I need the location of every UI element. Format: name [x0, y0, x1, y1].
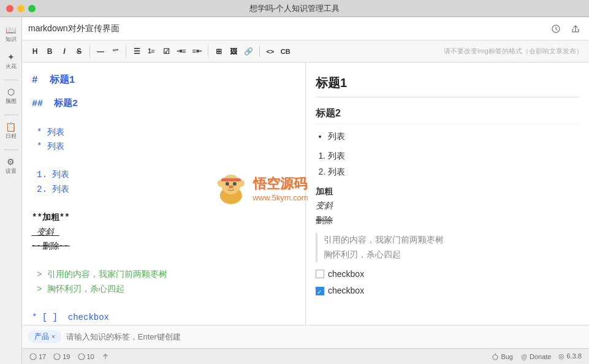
svg-text:@: @: [521, 354, 527, 360]
svg-point-14: [493, 355, 498, 360]
maximize-button[interactable]: [28, 5, 36, 12]
editor-ol-1: 1. 列表: [37, 168, 295, 183]
sidebar-item-knowledge[interactable]: 📖 知识: [1, 22, 21, 47]
sidebar-label-settings: 设置: [6, 167, 17, 175]
tag-remove-product[interactable]: ×: [51, 333, 55, 340]
stat-value-2: 19: [63, 353, 70, 360]
toolbar-hr[interactable]: —: [94, 44, 107, 59]
content-area: H B I S — “” ☰ 1≡ ☑ ⇥≡ ≡⇤ ⊞ 🖼 🔗 <> CB 请不…: [22, 17, 589, 364]
editor-format-section: **加粗** _变斜_ ~~删除~~: [32, 211, 295, 254]
editor-checkbox-section: * [ ] checkbox * [x] checkbox: [32, 311, 295, 325]
status-right: Bug @ Donate ◎ 6.3.8: [492, 352, 582, 360]
status-donate[interactable]: @ Donate: [520, 353, 551, 360]
editor-bold-line: **加粗**: [32, 211, 295, 226]
preview-strike: 删除: [316, 213, 579, 228]
sidebar-divider-3: [4, 150, 18, 150]
toolbar-checklist[interactable]: ☑: [159, 44, 173, 59]
toolbar-italic[interactable]: I: [58, 44, 71, 59]
editor-pane[interactable]: # 标题1 ## 标题2 * 列表 * 列表 1. 列表 2. 列表 **加粗: [22, 63, 306, 325]
sidebar-label-schedule: 日程: [6, 132, 17, 140]
preview-h1: 标题1: [316, 72, 579, 97]
svg-point-10: [30, 354, 36, 360]
toolbar-outdent[interactable]: ≡⇤: [189, 44, 203, 59]
search-input[interactable]: [28, 24, 544, 34]
editor-italic-line: _变斜_: [32, 226, 295, 240]
window-controls[interactable]: [6, 5, 36, 12]
preview-checkbox-checked-row: checkbox: [316, 284, 579, 298]
preview-checkbox1-label: checkbox: [328, 267, 364, 282]
editor-container: 悟空源码 www.5kym.com # 标题1 ## 标题2 * 列表 * 列表: [22, 63, 589, 325]
editor-blockquote-section: > 引用的内容，我家门前两颗枣树 > 胸怀利刃，杀心四起: [32, 268, 295, 297]
editor-list-section: * 列表 * 列表: [32, 126, 295, 155]
preview-ordered-list: 列表 列表: [328, 149, 579, 180]
title-bar: 想学吗-个人知识管理工具: [0, 0, 589, 17]
toolbar-link[interactable]: 🔗: [241, 44, 256, 59]
sidebar-item-mindmap[interactable]: ⬡ 脑图: [1, 84, 21, 108]
editor-list-1: * 列表: [37, 126, 295, 140]
history-button[interactable]: [549, 21, 563, 36]
sidebar-item-settings[interactable]: ⚙ 设置: [1, 154, 21, 178]
preview-format-block: 加粗 变斜 删除: [316, 184, 579, 228]
editor-list-2: * 列表: [37, 140, 295, 154]
editor-bq-2: > 胸怀利刃，杀心四起: [37, 282, 295, 297]
toolbar-table[interactable]: ⊞: [212, 44, 226, 59]
toolbar-sep-3: [208, 46, 208, 57]
version-label: ◎ 6.3.8: [558, 352, 582, 360]
sidebar-item-schedule[interactable]: 📋 日程: [1, 119, 21, 143]
checkbox-checked-icon: [316, 287, 324, 295]
toolbar: H B I S — “” ☰ 1≡ ☑ ⇥≡ ≡⇤ ⊞ 🖼 🔗 <> CB 请不…: [22, 40, 589, 63]
preview-blockquote: 引用的内容，我家门前两颗枣树 胸怀利刃，杀心四起: [316, 233, 579, 262]
editor-h2-line: ## 标题2: [32, 96, 295, 112]
stat-value-1: 17: [39, 353, 46, 360]
preview-list-item-1: 列表: [328, 129, 579, 144]
search-bar: [22, 17, 589, 40]
toolbar-codeblock[interactable]: CB: [278, 44, 293, 59]
minimize-button[interactable]: [17, 5, 25, 12]
preview-h2: 标题2: [316, 105, 579, 124]
spark-icon: ✦: [7, 52, 15, 62]
preview-ol-2: 列表: [328, 165, 579, 180]
tag-chip-product: 产品 ×: [28, 330, 61, 343]
tag-label-product: 产品: [34, 332, 49, 342]
toolbar-indent[interactable]: ⇥≡: [174, 44, 188, 59]
sidebar-item-spark[interactable]: ✦ 火花: [1, 49, 21, 74]
close-button[interactable]: [6, 5, 13, 12]
toolbar-ol[interactable]: 1≡: [145, 44, 158, 59]
preview-checkboxes: checkbox checkbox: [316, 267, 579, 299]
preview-checkbox-unchecked-row: checkbox: [316, 267, 579, 282]
tag-input[interactable]: [66, 332, 583, 341]
toolbar-code[interactable]: <>: [264, 44, 277, 59]
share-button[interactable]: [568, 21, 583, 36]
sidebar-divider-2: [4, 115, 18, 115]
sidebar-divider-1: [4, 80, 18, 80]
sidebar-label-spark: 火花: [6, 63, 17, 70]
status-bug-label: Bug: [501, 353, 513, 360]
preview-ol-1: 列表: [328, 149, 579, 164]
toolbar-quote[interactable]: “”: [108, 44, 122, 59]
editor-ol-2: 2. 列表: [37, 183, 295, 197]
toolbar-sep-2: [126, 46, 126, 57]
app-title: 想学吗-个人知识管理工具: [249, 3, 340, 14]
toolbar-bold[interactable]: B: [43, 44, 56, 59]
preview-list: 列表: [328, 129, 579, 144]
editor-h1-line: # 标题1: [32, 72, 295, 89]
status-bug[interactable]: Bug: [492, 353, 513, 360]
preview-bq-line-1: 引用的内容，我家门前两颗枣树: [324, 233, 579, 248]
toolbar-image[interactable]: 🖼: [227, 44, 240, 59]
checkbox-unchecked-icon: [316, 270, 324, 278]
schedule-icon: 📋: [6, 122, 16, 132]
toolbar-sep-4: [259, 46, 260, 57]
svg-point-11: [54, 354, 60, 360]
toolbar-ul[interactable]: ☰: [130, 44, 143, 59]
toolbar-sep-1: [89, 46, 90, 57]
editor-cb-unchecked: * [ ] checkbox: [32, 311, 295, 325]
editor-h2-text: ## 标题2: [32, 99, 78, 109]
svg-point-12: [78, 354, 85, 360]
toolbar-strikethrough[interactable]: S: [72, 44, 86, 59]
knowledge-icon: 📖: [6, 25, 16, 35]
mindmap-icon: ⬡: [7, 87, 15, 97]
toolbar-heading[interactable]: H: [28, 44, 42, 59]
preview-bq-line-2: 胸怀利刃，杀心四起: [324, 248, 579, 262]
status-stat-1: 17: [29, 353, 46, 360]
editor-ordered-section: 1. 列表 2. 列表: [32, 168, 295, 197]
